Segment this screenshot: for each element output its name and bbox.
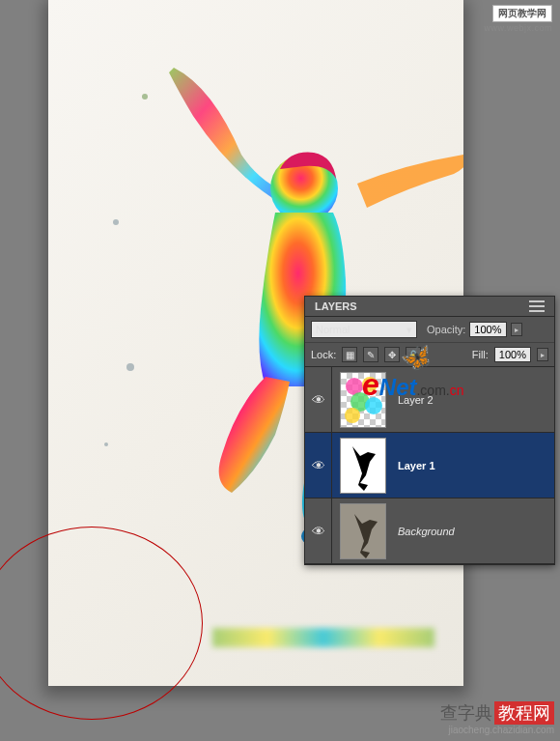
fill-label: Fill:: [472, 349, 489, 360]
visibility-toggle[interactable]: 👁: [305, 433, 332, 498]
visibility-toggle[interactable]: 👁: [305, 499, 332, 563]
layers-panel[interactable]: LAYERS Normal ▾ Opacity: 100% ▸ Lock: ▦ …: [304, 296, 555, 565]
layer-name[interactable]: Background: [394, 526, 455, 537]
layer-thumbnail[interactable]: [340, 438, 386, 494]
watermark-bottom: 查字典教程网 jiaocheng.chazidian.com: [440, 701, 554, 735]
svg-point-4: [104, 442, 108, 446]
lock-transparency-icon[interactable]: ▦: [342, 347, 357, 362]
watermark-top-label: 网页教学网: [492, 5, 552, 22]
ground-splash: [212, 628, 434, 647]
opacity-slider-button[interactable]: ▸: [511, 323, 522, 336]
watermark-top: 网页教学网 www.webjx.com: [484, 5, 552, 33]
chevron-down-icon: ▾: [406, 324, 412, 336]
lock-label: Lock:: [311, 349, 336, 360]
eye-icon: 👁: [312, 524, 325, 539]
blend-mode-select[interactable]: Normal ▾: [311, 321, 417, 338]
layer-item-background[interactable]: 👁 Background: [305, 499, 554, 564]
opacity-label: Opacity:: [427, 324, 465, 335]
lock-pixels-icon[interactable]: ✎: [363, 347, 378, 362]
watermark-top-url: www.webjx.com: [484, 23, 552, 33]
svg-point-3: [126, 363, 134, 371]
eye-icon: 👁: [312, 392, 325, 408]
layer-item-layer1[interactable]: 👁 Layer 1: [305, 433, 554, 499]
fill-slider-button[interactable]: ▸: [537, 348, 548, 361]
blend-opacity-row: Normal ▾ Opacity: 100% ▸: [305, 317, 554, 343]
layer-thumbnail[interactable]: [340, 503, 386, 559]
layers-panel-title: LAYERS: [315, 300, 357, 312]
panel-menu-button[interactable]: [529, 300, 545, 312]
enet-watermark: eNet.com.cn: [362, 367, 464, 403]
svg-point-5: [142, 94, 148, 100]
opacity-value[interactable]: 100%: [469, 322, 506, 337]
layer-name[interactable]: Layer 1: [394, 460, 435, 471]
svg-point-10: [345, 408, 360, 423]
visibility-toggle[interactable]: 👁: [305, 367, 332, 432]
eye-icon: 👁: [312, 458, 325, 473]
fill-value[interactable]: 100%: [494, 347, 531, 362]
layers-panel-tab[interactable]: LAYERS: [305, 297, 554, 317]
svg-point-2: [113, 219, 119, 225]
